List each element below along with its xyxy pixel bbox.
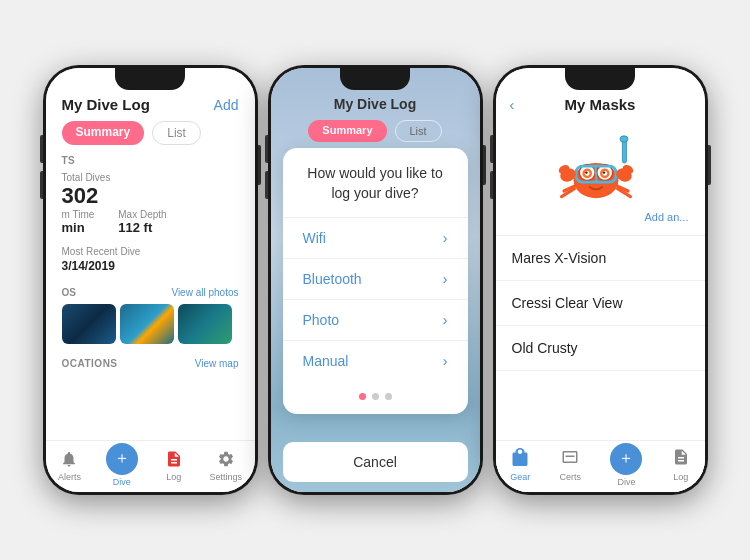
crab-mascot-icon [550, 131, 650, 211]
photos-row [46, 304, 255, 354]
dot-3 [385, 393, 392, 400]
mascot-area: Add an... [496, 121, 705, 236]
modal-question: How would you like to log your dive? [283, 164, 468, 217]
modal-option-wifi[interactable]: Wifi › [283, 217, 468, 258]
nav-log-3[interactable]: Log [672, 448, 690, 482]
tab-list[interactable]: List [152, 121, 201, 145]
phone1-header: My Dive Log Add [46, 68, 255, 121]
modal-dots [283, 381, 468, 404]
manual-label: Manual [303, 353, 349, 369]
phone2-tabs: Summary List [271, 120, 480, 150]
phone1-title: My Dive Log [62, 96, 150, 113]
bell-icon [58, 448, 80, 470]
phone-1: My Dive Log Add Summary List TS Total Di… [43, 65, 258, 495]
nav-certs[interactable]: Certs [560, 448, 582, 482]
total-dives-label: Total Dives [62, 172, 239, 183]
phone2-title: My Dive Log [287, 96, 464, 112]
svg-rect-0 [622, 139, 626, 163]
nav-gear[interactable]: Gear [510, 448, 530, 482]
svg-point-1 [620, 136, 628, 142]
phone3-header: ‹ My Masks [496, 68, 705, 121]
chevron-right-icon-2: › [443, 271, 448, 287]
plus-icon: ＋ [106, 443, 138, 475]
nav-log-label: Log [166, 472, 181, 482]
phone-2: My Dive Log Summary List HIGHLIGHTS How … [268, 65, 483, 495]
cancel-button[interactable]: Cancel [283, 442, 468, 482]
nav-dive-label: Dive [113, 477, 131, 487]
phone1-bottom-nav: Alerts ＋ Dive Log Settings [46, 440, 255, 492]
stats-section: Total Dives 302 m Time min Max Depth 112… [46, 172, 255, 283]
photos-header: OS View all photos [46, 283, 255, 304]
recent-dive-label: Most Recent Dive [62, 246, 141, 257]
phone3-screen: ‹ My Masks [496, 68, 705, 492]
phone2-tab-list[interactable]: List [395, 120, 442, 142]
view-all-photos-link[interactable]: View all photos [171, 287, 238, 298]
dot-1 [359, 393, 366, 400]
total-dives-value: 302 [62, 183, 239, 209]
plus-icon-3: ＋ [610, 443, 642, 475]
nav-alerts-label: Alerts [58, 472, 81, 482]
max-depth-label: Max Depth [118, 209, 166, 220]
phone1-screen: My Dive Log Add Summary List TS Total Di… [46, 68, 255, 492]
modal-option-photo[interactable]: Photo › [283, 299, 468, 340]
modal-option-bluetooth[interactable]: Bluetooth › [283, 258, 468, 299]
recent-dive-value: 3/14/2019 [62, 259, 239, 273]
nav-log-label-3: Log [673, 472, 688, 482]
locations-label: OCATIONS [62, 358, 118, 369]
bluetooth-label: Bluetooth [303, 271, 362, 287]
list-item-old-crusty[interactable]: Old Crusty [496, 326, 705, 371]
bottom-time-value: min [62, 220, 95, 235]
back-button[interactable]: ‹ [510, 97, 515, 113]
section-ts: TS [46, 155, 255, 172]
gear-nav-icon [510, 448, 530, 470]
log-nav-icon [672, 448, 690, 470]
nav-dive-center-3[interactable]: ＋ Dive [610, 443, 642, 487]
gear-icon [215, 448, 237, 470]
svg-point-10 [603, 171, 605, 173]
chevron-right-icon-4: › [443, 353, 448, 369]
chevron-right-icon-3: › [443, 312, 448, 328]
view-map-link[interactable]: View map [195, 358, 239, 369]
photo-2[interactable] [120, 304, 174, 344]
nav-settings-label: Settings [210, 472, 243, 482]
phone-3: ‹ My Masks [493, 65, 708, 495]
two-col-stats: m Time min Max Depth 112 ft [62, 209, 239, 235]
phone2-header: My Dive Log [271, 68, 480, 120]
photos-label: OS [62, 287, 76, 298]
list-item-mares[interactable]: Mares X-Vision [496, 236, 705, 281]
phone3-title: My Masks [565, 96, 636, 113]
certs-icon [561, 448, 579, 470]
nav-settings[interactable]: Settings [210, 448, 243, 482]
nav-certs-label: Certs [560, 472, 582, 482]
chevron-right-icon: › [443, 230, 448, 246]
nav-dive-center[interactable]: ＋ Dive [106, 443, 138, 487]
phone2-tab-summary[interactable]: Summary [308, 120, 386, 142]
max-depth-value: 112 ft [118, 220, 166, 235]
log-method-modal: How would you like to log your dive? Wif… [283, 148, 468, 414]
phone1-add-button[interactable]: Add [214, 97, 239, 113]
locations-header: OCATIONS View map [46, 354, 255, 375]
nav-gear-label: Gear [510, 472, 530, 482]
phone3-bottom-nav: Gear Certs ＋ Dive Log [496, 440, 705, 492]
list-item-cressi[interactable]: Cressi Clear View [496, 281, 705, 326]
phone2-screen: My Dive Log Summary List HIGHLIGHTS How … [271, 68, 480, 492]
add-an-link[interactable]: Add an... [644, 211, 688, 229]
nav-log[interactable]: Log [163, 448, 185, 482]
wifi-label: Wifi [303, 230, 326, 246]
bottom-time-label: m Time [62, 209, 95, 220]
modal-option-manual[interactable]: Manual › [283, 340, 468, 381]
photo-label: Photo [303, 312, 340, 328]
photo-3[interactable] [178, 304, 232, 344]
nav-dive-label-3: Dive [617, 477, 635, 487]
dot-2 [372, 393, 379, 400]
svg-point-9 [585, 171, 587, 173]
photo-1[interactable] [62, 304, 116, 344]
tab-summary[interactable]: Summary [62, 121, 145, 145]
log-icon [163, 448, 185, 470]
nav-alerts[interactable]: Alerts [58, 448, 81, 482]
phone1-tabs: Summary List [46, 121, 255, 155]
